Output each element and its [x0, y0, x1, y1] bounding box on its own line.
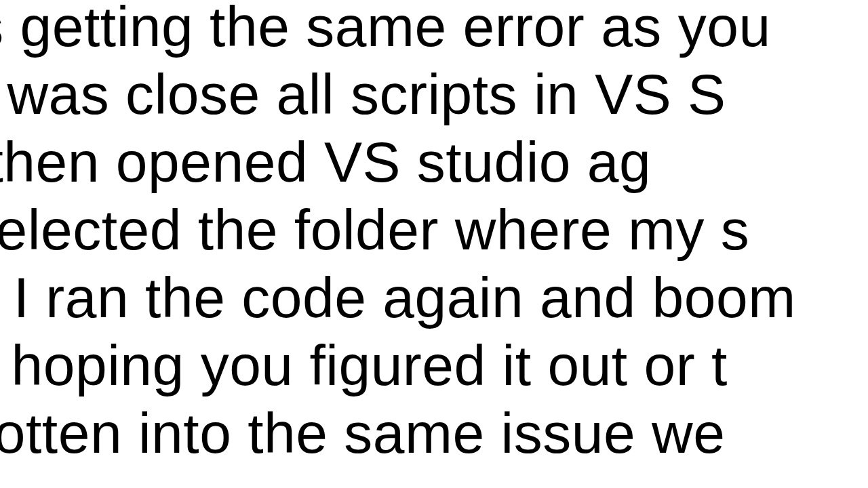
body-text-line-3: ram. I then opened VS studio ag	[0, 129, 651, 196]
body-text-line-6: e is hoping you figured it out or t	[0, 332, 728, 399]
body-text-line-2: ve it was close all scripts in VS S	[0, 61, 726, 128]
body-text-line-4: d selected the folder where my s	[0, 197, 749, 264]
body-text-line-1: as getting the same error as you	[0, 0, 771, 60]
body-text-line-7: ve gotten into the same issue we	[0, 400, 725, 467]
body-text-line-5: . I ran the code again and boom	[0, 264, 796, 331]
